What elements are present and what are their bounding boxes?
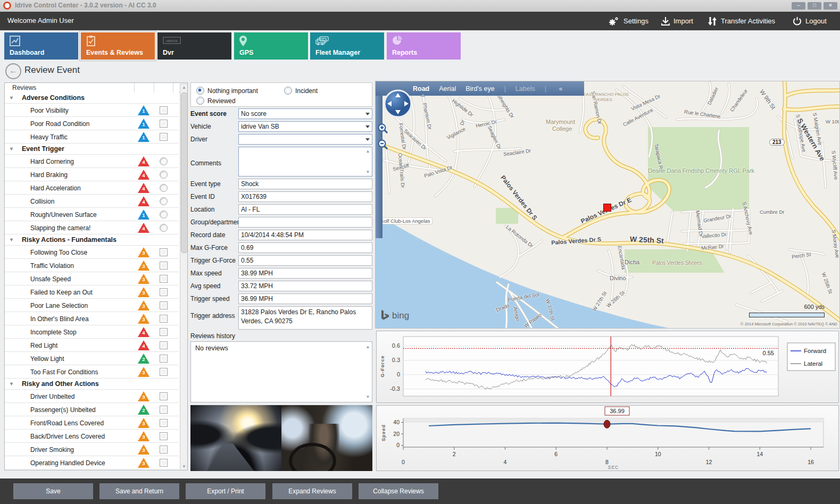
tree-item-radio[interactable]	[160, 211, 168, 219]
tree-item-checkbox[interactable]	[160, 315, 168, 323]
event-score-select[interactable]: No score	[238, 108, 372, 119]
transfer-activities-button[interactable]: Transfer Activities	[708, 12, 775, 30]
scroll-up-icon[interactable]: ▲	[180, 85, 188, 90]
tab-gps[interactable]: GPS	[234, 32, 308, 60]
avg-speed-field: 33.72 MPH	[238, 281, 372, 291]
tab-label: Dashboard	[10, 49, 44, 56]
tree-item-checkbox[interactable]	[160, 248, 168, 256]
scroll-up-icon[interactable]: ▲	[365, 149, 371, 154]
maximize-button[interactable]: □	[808, 2, 821, 10]
tree-item-checkbox[interactable]	[160, 106, 168, 114]
speed-xaxis-title: SEC	[608, 465, 619, 470]
back-button[interactable]: ←	[5, 63, 21, 79]
settings-button[interactable]: Settings	[608, 12, 648, 30]
radio-nothing-important[interactable]: Nothing important	[196, 87, 258, 95]
tree-item-checkbox[interactable]	[160, 432, 168, 440]
tree-item-checkbox[interactable]	[160, 301, 168, 309]
tree-item-label: Incomplete Stop	[30, 329, 77, 336]
tree-item-checkbox[interactable]	[160, 288, 168, 296]
tree-item-label: Traffic Violation	[30, 262, 74, 270]
save-button[interactable]: Save	[13, 483, 93, 499]
comments-textarea[interactable]: ▲ ▼	[238, 147, 372, 177]
tree-item-radio[interactable]	[160, 224, 168, 232]
bing-map[interactable]: Phantom DrHightide DrCoolheights DrSeagl…	[375, 81, 840, 329]
collapse-arrow-icon[interactable]: ▾	[10, 146, 13, 152]
zoom-in-icon[interactable]	[377, 123, 389, 135]
tree-item-checkbox[interactable]	[160, 341, 168, 349]
collapse-arrow-icon[interactable]: ▾	[10, 381, 13, 387]
minimize-button[interactable]: ─	[792, 2, 805, 10]
map-pin-icon	[239, 36, 247, 48]
tree-item-checkbox[interactable]	[160, 459, 168, 467]
tree-item-radio[interactable]	[160, 157, 168, 165]
tree-item-checkbox[interactable]	[160, 446, 168, 453]
tree-item-checkbox[interactable]	[160, 133, 168, 141]
cabin-camera-still[interactable]	[281, 405, 372, 471]
tree-item-checkbox[interactable]	[160, 419, 168, 427]
driver-select[interactable]	[238, 134, 372, 145]
scroll-down-icon[interactable]: ▼	[180, 464, 188, 469]
tree-item-checkbox[interactable]	[160, 275, 168, 283]
scroll-down-icon[interactable]: ▼	[365, 170, 371, 174]
tree-group-row[interactable]: ▾Risky Actions - Fundamentals	[5, 234, 179, 246]
tree-item-label: Hard Acceleration	[30, 184, 81, 192]
map-mode-labels[interactable]: Labels	[515, 85, 535, 93]
collapse-reviews-button[interactable]: Collapse Reviews	[359, 483, 438, 499]
tree-item-radio[interactable]	[160, 171, 168, 179]
trigger-address-label: Trigger address	[190, 312, 235, 320]
severity-triangle-icon: 4	[138, 183, 149, 193]
event-score-label: Event score	[190, 110, 227, 117]
map-mode-aerial[interactable]: Aerial	[439, 85, 456, 93]
collapse-arrow-icon[interactable]: ▾	[10, 237, 13, 242]
map-mode-road[interactable]: Road	[413, 85, 429, 93]
collapse-arrow-icon[interactable]: ▾	[10, 95, 13, 100]
tree-item-radio[interactable]	[160, 184, 168, 192]
max-gforce-value: 0.69	[241, 244, 253, 251]
tab-events-reviews[interactable]: Events & Reviews	[81, 32, 155, 60]
tree-item-checkbox[interactable]	[160, 120, 168, 128]
severity-triangle-icon: 3	[138, 458, 149, 468]
tree-item-checkbox[interactable]	[160, 262, 168, 270]
map-mode-bird-s-eye[interactable]: Bird's eye	[465, 85, 495, 93]
radio-reviewed[interactable]: Reviewed	[196, 97, 236, 105]
expand-reviews-button[interactable]: Expand Reviews	[272, 483, 352, 499]
tree-scrollbar[interactable]: ▲ ▼	[180, 83, 188, 471]
vehicle-select[interactable]: idrive Van SB	[238, 121, 372, 132]
severity-triangle-icon: 4	[138, 170, 149, 180]
speed-xtick-label: 6	[554, 451, 558, 457]
scroll-up-icon[interactable]: ▲	[365, 345, 371, 349]
tab-reports[interactable]: Reports	[387, 32, 461, 60]
zoom-out-icon[interactable]	[377, 139, 389, 150]
save-and-return-button[interactable]: Save and Return	[99, 483, 179, 499]
map-bar-collapse-button[interactable]: «	[559, 85, 563, 93]
map-pan-control[interactable]	[383, 89, 413, 121]
scrollbar-thumb[interactable]	[181, 93, 188, 253]
scroll-down-icon[interactable]: ▼	[365, 394, 371, 399]
radio-incident[interactable]: Incident	[284, 87, 318, 95]
road-camera-still[interactable]	[190, 405, 281, 471]
tree-item-checkbox[interactable]	[160, 368, 168, 376]
logout-button[interactable]: Logout	[793, 12, 827, 30]
event-id-field: X017639	[238, 191, 372, 202]
tree-item-checkbox[interactable]	[160, 355, 168, 363]
export-print-button[interactable]: Export / Print	[186, 483, 265, 499]
driver-label: Driver	[190, 136, 207, 143]
tab-dvr[interactable]: MERGEDvr	[157, 32, 231, 60]
close-button[interactable]: ✕	[824, 2, 837, 10]
tree-item-checkbox[interactable]	[160, 328, 168, 336]
tree-group-row[interactable]: ▾Event Trigger	[5, 144, 179, 155]
tree-item-checkbox[interactable]	[160, 392, 168, 400]
tab-fleet-manager[interactable]: Fleet Manager	[310, 32, 384, 60]
tree-item-checkbox[interactable]	[160, 406, 168, 414]
event-id-label: Event ID	[190, 193, 215, 200]
import-button[interactable]: Import	[661, 12, 693, 30]
tree-item-radio[interactable]	[160, 197, 168, 205]
tab-dashboard[interactable]: Dashboard	[4, 32, 78, 60]
severity-triangle-icon: 3	[138, 261, 149, 271]
reviews-history-box[interactable]: No reviews ▲ ▼	[190, 341, 372, 402]
max-speed-field: 38.99 MPH	[238, 268, 372, 279]
separator: |	[504, 85, 506, 93]
tree-group-row[interactable]: ▾Adverse Conditions	[5, 93, 179, 104]
tree-group-row[interactable]: ▾Risky and Other Actions	[5, 379, 179, 390]
speed-axis-title: Speed	[381, 424, 386, 441]
